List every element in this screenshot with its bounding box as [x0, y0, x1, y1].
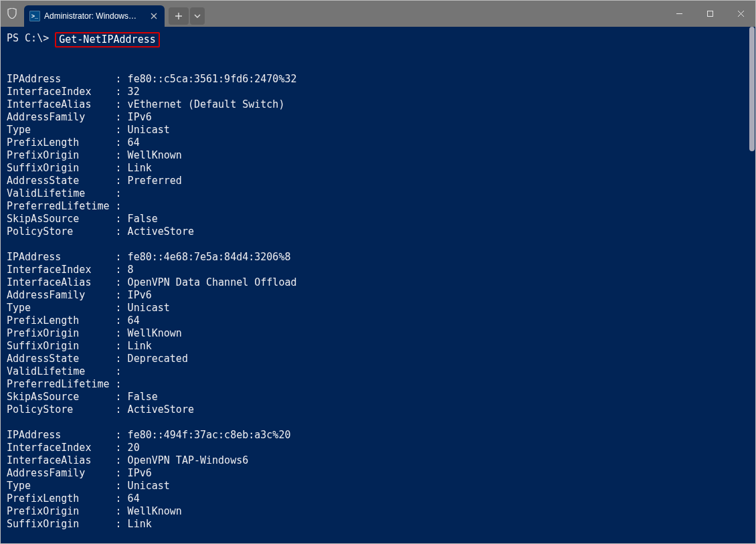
property-row: PreferredLifetime : — [7, 378, 756, 391]
property-row: InterfaceIndex : 20 — [7, 442, 756, 454]
scrollbar-thumb[interactable] — [749, 27, 755, 151]
property-row: SuffixOrigin : Link — [7, 340, 756, 353]
tab-title: Administrator: Windows Powe — [44, 11, 138, 21]
minimize-button[interactable] — [664, 0, 694, 27]
property-row: InterfaceAlias : OpenVPN TAP-Windows6 — [7, 454, 756, 467]
property-row: PrefixOrigin : WellKnown — [7, 149, 756, 162]
window-controls — [664, 0, 756, 27]
property-row: IPAddress : fe80::494f:37ac:c8eb:a3c%20 — [7, 429, 756, 442]
property-row: PrefixLength : 64 — [7, 137, 756, 149]
close-button[interactable] — [725, 0, 756, 27]
property-row: IPAddress : fe80::c5ca:3561:9fd6:2470%32 — [7, 73, 756, 86]
property-row: SkipAsSource : False — [7, 391, 756, 403]
powershell-icon: >_ — [29, 11, 40, 21]
property-row: PrefixOrigin : WellKnown — [7, 327, 756, 340]
svg-rect-0 — [707, 11, 713, 16]
property-row: ValidLifetime : — [7, 187, 756, 200]
maximize-button[interactable] — [694, 0, 725, 27]
property-row: ValidLifetime : — [7, 365, 756, 378]
property-row: IPAddress : fe80::4e68:7e5a:84d4:3206%8 — [7, 251, 756, 264]
prompt-text: PS C:\> — [7, 32, 49, 45]
property-row: Type : Unicast — [7, 480, 756, 492]
property-row: SuffixOrigin : Link — [7, 162, 756, 175]
titlebar[interactable]: >_ Administrator: Windows Powe — [0, 0, 756, 27]
property-row: PolicyStore : ActiveStore — [7, 225, 756, 238]
terminal-body[interactable]: PS C:\> Get-NetIPAddress IPAddress : fe8… — [0, 27, 756, 544]
property-row: PrefixLength : 64 — [7, 314, 756, 327]
output-block: IPAddress : fe80::4e68:7e5a:84d4:3206%8I… — [7, 251, 756, 416]
output-block: IPAddress : fe80::c5ca:3561:9fd6:2470%32… — [7, 73, 756, 238]
property-row: InterfaceAlias : vEthernet (Default Swit… — [7, 98, 756, 111]
property-row: AddressState : Preferred — [7, 175, 756, 187]
property-row: PreferredLifetime : — [7, 200, 756, 213]
tab-close-button[interactable] — [149, 11, 159, 21]
terminal-tab[interactable]: >_ Administrator: Windows Powe — [24, 5, 165, 27]
output-block: IPAddress : fe80::494f:37ac:c8eb:a3c%20I… — [7, 429, 756, 531]
new-tab-button[interactable] — [169, 7, 189, 25]
property-row: InterfaceIndex : 32 — [7, 86, 756, 98]
prompt-line: PS C:\> Get-NetIPAddress — [7, 32, 756, 48]
powershell-window: >_ Administrator: Windows Powe — [0, 0, 756, 544]
property-row: Type : Unicast — [7, 124, 756, 137]
output-area: IPAddress : fe80::c5ca:3561:9fd6:2470%32… — [7, 73, 756, 531]
tab-actions — [169, 0, 205, 27]
property-row: PolicyStore : ActiveStore — [7, 403, 756, 416]
property-row: Type : Unicast — [7, 302, 756, 314]
property-row: SkipAsSource : False — [7, 213, 756, 225]
property-row: AddressFamily : IPv6 — [7, 289, 756, 302]
property-row: PrefixLength : 64 — [7, 492, 756, 505]
property-row: PrefixOrigin : WellKnown — [7, 505, 756, 518]
shield-icon — [0, 0, 24, 27]
property-row: AddressFamily : IPv6 — [7, 111, 756, 124]
property-row: AddressState : Deprecated — [7, 353, 756, 365]
property-row: AddressFamily : IPv6 — [7, 467, 756, 480]
property-row: SuffixOrigin : Link — [7, 518, 756, 531]
property-row: InterfaceAlias : OpenVPN Data Channel Of… — [7, 276, 756, 289]
titlebar-left: >_ Administrator: Windows Powe — [0, 0, 205, 27]
property-row: InterfaceIndex : 8 — [7, 264, 756, 276]
command-text: Get-NetIPAddress — [55, 32, 160, 48]
tab-dropdown-button[interactable] — [190, 7, 205, 25]
